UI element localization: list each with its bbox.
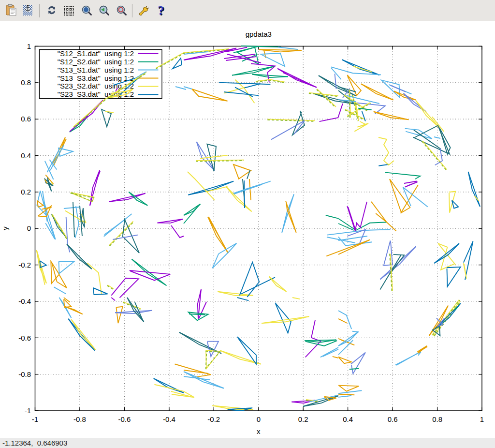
svg-text:0.6: 0.6 (21, 115, 31, 123)
svg-text:gpdata3: gpdata3 (246, 30, 272, 38)
svg-text:"S12_S1.dat" using 1:2: "S12_S1.dat" using 1:2 (58, 49, 134, 58)
svg-text:-1: -1 (32, 415, 38, 423)
svg-text:"S12_S2.dat" using 1:2: "S12_S2.dat" using 1:2 (58, 58, 134, 66)
svg-text:0: 0 (257, 415, 261, 423)
svg-text:y: y (1, 226, 9, 230)
svg-text:-0.6: -0.6 (118, 415, 131, 423)
svg-text:-0.8: -0.8 (18, 370, 31, 378)
svg-text:0.2: 0.2 (21, 188, 31, 196)
svg-text:1: 1 (480, 415, 484, 423)
svg-text:0.4: 0.4 (21, 151, 31, 160)
svg-text:"S13_S3.dat" using 1:2: "S13_S3.dat" using 1:2 (58, 74, 134, 82)
svg-text:0.8: 0.8 (21, 78, 31, 87)
svg-text:-0.4: -0.4 (18, 297, 31, 305)
svg-text:-0.2: -0.2 (207, 415, 220, 423)
svg-text:0.6: 0.6 (388, 415, 398, 423)
svg-text:0.2: 0.2 (298, 415, 308, 423)
svg-text:-1: -1 (25, 406, 31, 415)
svg-text:-0.8: -0.8 (73, 415, 86, 423)
svg-text:?: ? (158, 3, 164, 18)
svg-text:-0.2: -0.2 (18, 261, 31, 269)
svg-text:-0.6: -0.6 (18, 334, 31, 342)
svg-text:-0.4: -0.4 (163, 415, 175, 423)
svg-text:1: 1 (27, 42, 31, 50)
svg-text:x: x (257, 427, 261, 435)
svg-text:0.8: 0.8 (432, 415, 442, 423)
svg-text:0: 0 (27, 224, 31, 232)
svg-text:"S13_S1.dat" using 1:2: "S13_S1.dat" using 1:2 (58, 66, 134, 74)
svg-text:0.4: 0.4 (343, 415, 353, 423)
